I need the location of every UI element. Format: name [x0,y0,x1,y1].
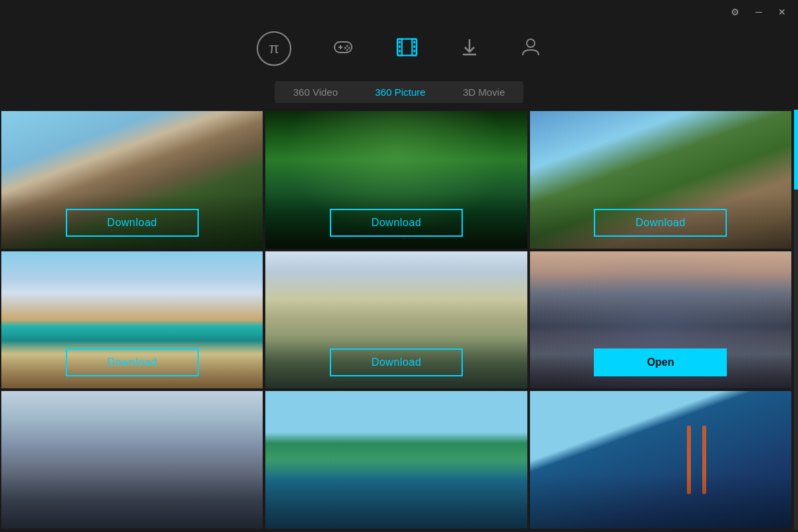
download-btn-dubai-aerial[interactable]: Download [330,348,463,376]
svg-point-20 [527,39,535,47]
titlebar: ⚙ ─ ✕ [0,0,798,24]
download-btn-paris[interactable]: Download [66,209,199,237]
download-btn-underwater[interactable]: Download [330,209,463,237]
grid-item-burj[interactable]: Download [1,251,263,389]
film-icon [395,35,419,63]
grid-item-cliff[interactable]: Download [530,111,791,249]
grid-item-dubai-aerial[interactable]: Download [265,251,527,389]
tabs-container: 360 Video 360 Picture 3D Movie [0,77,798,110]
tab-3dmovie[interactable]: 3D Movie [444,81,523,103]
tab-360video[interactable]: 360 Video [275,81,356,103]
svg-point-5 [344,47,346,49]
svg-point-6 [346,49,348,51]
grid-item-coast[interactable] [265,391,527,529]
svg-rect-12 [399,49,401,52]
grid-item-paris[interactable]: Download [1,111,263,249]
tabs-wrapper: 360 Video 360 Picture 3D Movie [275,81,524,103]
user-icon [520,37,541,61]
nav-item-gamepad[interactable] [331,38,355,60]
nav-item-film[interactable] [395,35,419,63]
svg-rect-13 [413,41,415,43]
grid-container: Download Download Download Download [0,110,798,530]
open-btn-harbor[interactable]: Open [594,348,727,376]
media-grid: Download Download Download Download [0,110,794,530]
minimize-button[interactable]: ─ [751,5,766,19]
settings-button[interactable]: ⚙ [727,5,743,19]
gamepad-icon [331,38,355,60]
svg-rect-10 [399,41,401,43]
nav-item-download[interactable] [459,37,480,61]
download-btn-cliff[interactable]: Download [594,209,727,237]
svg-rect-15 [413,49,415,52]
svg-point-4 [348,47,350,49]
grid-item-goldengate[interactable] [530,391,791,529]
download-nav-icon [459,37,480,61]
grid-item-underwater[interactable]: Download [265,111,527,249]
tab-360picture[interactable]: 360 Picture [356,81,444,103]
grid-item-harbor[interactable]: Open [530,251,791,389]
svg-rect-11 [399,45,401,48]
download-btn-burj[interactable]: Download [66,348,199,376]
grid-item-city1[interactable] [1,391,263,529]
logo-symbol: π [269,40,279,57]
scrollbar[interactable] [794,110,798,530]
svg-point-3 [346,45,348,47]
navbar: π [0,24,798,77]
nav-logo[interactable]: π [257,31,291,66]
svg-rect-14 [413,45,415,48]
nav-item-user[interactable] [520,37,541,61]
scrollbar-thumb[interactable] [794,110,798,190]
close-button[interactable]: ✕ [774,5,790,19]
